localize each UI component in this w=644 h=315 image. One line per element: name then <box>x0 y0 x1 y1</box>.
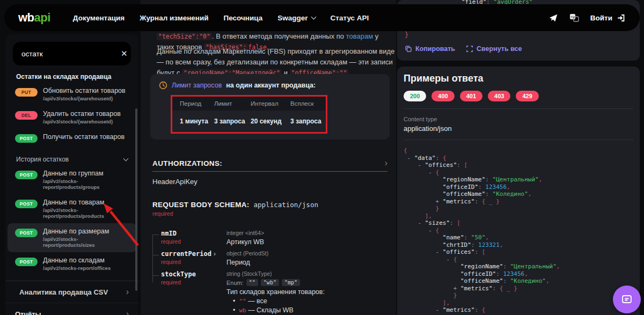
response-json-code: { - "data": { - "offices": [ - { "region… <box>404 147 633 315</box>
enum-chip: "" <box>246 279 258 286</box>
enum-chip: "wb" <box>261 279 279 286</box>
nav-item-label: Журнал изменений <box>140 14 208 22</box>
collapse-all-button[interactable]: Свернуть все <box>466 45 522 53</box>
nav-item-label: Документация <box>73 14 125 22</box>
telegram-icon[interactable] <box>548 13 558 23</box>
status-chip-403[interactable]: 403 <box>488 91 510 101</box>
sidebar-endpoint-item[interactable]: POSTДанные по складам/api/v2/stocks-repo… <box>8 252 136 275</box>
authorizations-heading: AUTHORIZATIONS: <box>152 159 222 167</box>
divider <box>404 108 633 109</box>
endpoint-text: Данные по размерам/api/v2/stocks-report/… <box>43 228 129 248</box>
limit-table-header-cell: Всплеск <box>290 100 327 107</box>
sidebar-endpoint-item[interactable]: POSTДанные по товарам/api/v2/stocks-repo… <box>8 194 136 223</box>
sidebar-endpoint-item[interactable]: DELУдалить остатки товаров/api/v3/stocks… <box>8 106 136 129</box>
request-sample-closing-brace: } <box>405 31 408 39</box>
method-badge: POST <box>15 229 38 237</box>
code-line: "officeName": "Коледино", <box>404 277 633 285</box>
sidebar-endpoint-item[interactable]: POSTДанные по группам/api/v2/stocks-repo… <box>8 165 136 194</box>
status-chip-200[interactable]: 200 <box>404 91 426 101</box>
field-description: Период <box>226 259 390 266</box>
sidebar-endpoint-item[interactable]: PUTОбновить остатки товаров/api/v3/stock… <box>8 83 136 106</box>
login-button[interactable]: Войти <box>590 13 626 23</box>
expand-chevron-icon[interactable]: › <box>214 250 216 258</box>
sidebar-link[interactable]: Аналитика продавца CSV› <box>5 281 138 303</box>
nav-item-2[interactable]: Журнал изменений <box>140 14 208 22</box>
main-content: Товар не имеет размера, если у него един… <box>141 0 396 315</box>
code-line: - { <box>404 169 633 177</box>
rate-limit-table-row: 1 минута3 запроса20 секунд3 запроса <box>172 111 326 132</box>
limit-table-cell: 3 запроса <box>214 118 251 125</box>
sidebar-scrollbar[interactable] <box>135 108 137 291</box>
nav-item-3[interactable]: Песочница <box>224 14 263 22</box>
chat-fab-button[interactable] <box>613 285 641 313</box>
status-chip-401[interactable]: 401 <box>460 91 482 101</box>
nav-item-5[interactable]: Статус API <box>331 14 369 22</box>
schema-label: REQUEST BODY SCHEMA: <box>152 201 250 209</box>
rate-limit-link[interactable]: Лимит запросов <box>172 82 222 89</box>
nav-item-label: Песочница <box>224 14 263 22</box>
status-chip-400[interactable]: 400 <box>431 91 454 101</box>
method-badge: POST <box>15 200 38 208</box>
enum-bullet: •wb — Склады WB <box>226 306 390 314</box>
endpoint-path: /api/v3/stocks/{warehouseId} <box>43 96 126 101</box>
field-enum-row: Enum: "" "wb" "mp" <box>226 279 390 286</box>
code-line: - { <box>404 227 633 235</box>
nav-item-4[interactable]: Swagger <box>277 14 315 22</box>
chevron-down-icon <box>123 156 129 162</box>
content-type-value: application/json <box>404 124 633 133</box>
method-badge: POST <box>15 258 38 266</box>
sidebar-link[interactable]: Отчёты› <box>5 303 138 315</box>
copy-button[interactable]: Копировать <box>405 45 455 53</box>
enum-bullet: •"" — все <box>226 297 390 305</box>
content-type-label: Content type <box>404 116 633 122</box>
code-line: + "metrics": { _ } <box>404 198 633 206</box>
status-code-chips: 200400401403429 <box>404 91 633 101</box>
limit-table-cell: 3 запроса <box>290 118 327 125</box>
code-line: ], <box>404 299 633 307</box>
limit-table-header-cell: Период <box>180 100 214 107</box>
field-description: Тип складов хранения товаров: <box>226 288 390 296</box>
schema-required-badge: required <box>152 210 173 217</box>
limit-table-cell: 20 секунд <box>251 118 290 125</box>
code-line: } <box>404 292 633 299</box>
sidebar-link-label: Аналитика продавца CSV <box>19 288 108 296</box>
search-box: ✕ <box>13 42 131 65</box>
sidebar-group-header[interactable]: История остатков <box>16 156 128 163</box>
search-input[interactable] <box>21 50 116 58</box>
status-chip-429[interactable]: 429 <box>516 91 538 101</box>
code-line: - "metrics": { <box>404 306 633 314</box>
sidebar-endpoint-groups: Остатки на складах продавцаPUTОбновить о… <box>5 73 138 275</box>
nav-item-1[interactable]: Документация <box>73 14 125 22</box>
logo-api: api <box>34 11 50 25</box>
code-line: "regionName": "Центральный", <box>404 263 633 270</box>
endpoint-title: Обновить остатки товаров <box>43 87 126 94</box>
chevron-right-icon: › <box>385 159 387 167</box>
sidebar-endpoint-item[interactable]: POSTПолучить остатки товаров <box>8 129 136 147</box>
chevron-right-icon: › <box>126 310 129 315</box>
language-switch-icon[interactable]: ru <box>569 13 580 23</box>
annotation-red-box: ПериодЛимитИнтервалВсплеск 1 минута3 зап… <box>171 95 327 134</box>
endpoint-path: /api/v3/stocks/{warehouseId} <box>43 119 121 124</box>
code-line: - "data": { <box>404 155 633 162</box>
copy-label: Копировать <box>415 45 455 53</box>
search-clear-icon[interactable]: ✕ <box>116 49 128 58</box>
endpoint-path: /api/v2/stocks-report/offices <box>43 265 111 271</box>
response-examples-title: Примеры ответа <box>404 73 633 84</box>
nav-item-label: Статус API <box>331 14 369 22</box>
code-line: "officeName": "Коледино", <box>404 191 633 198</box>
code-line: } <box>404 205 633 213</box>
divider <box>152 171 387 172</box>
field-type: string (StockType) <box>226 270 390 277</box>
sidebar-endpoint-item[interactable]: POSTДанные по размерам/api/v2/stocks-rep… <box>8 223 136 252</box>
endpoint-text: Получить остатки товаров <box>43 133 125 141</box>
limit-table-header-cell: Лимит <box>214 100 251 107</box>
response-examples-card: Примеры ответа 200400401403429 Content t… <box>397 67 640 315</box>
method-badge: PUT <box>15 88 38 97</box>
chevron-down-icon <box>311 14 316 20</box>
authorizations-row[interactable]: AUTHORIZATIONS: › <box>152 159 387 167</box>
endpoint-path: /api/v2/stocks-report/products/sizes <box>43 236 129 248</box>
code-line: "regionName": "Центральный", <box>404 176 633 184</box>
wbapi-logo[interactable]: wb api <box>18 11 50 25</box>
endpoint-text: Обновить остатки товаров/api/v3/stocks/{… <box>43 87 126 101</box>
code-actions: Копировать Свернуть все <box>405 45 522 53</box>
